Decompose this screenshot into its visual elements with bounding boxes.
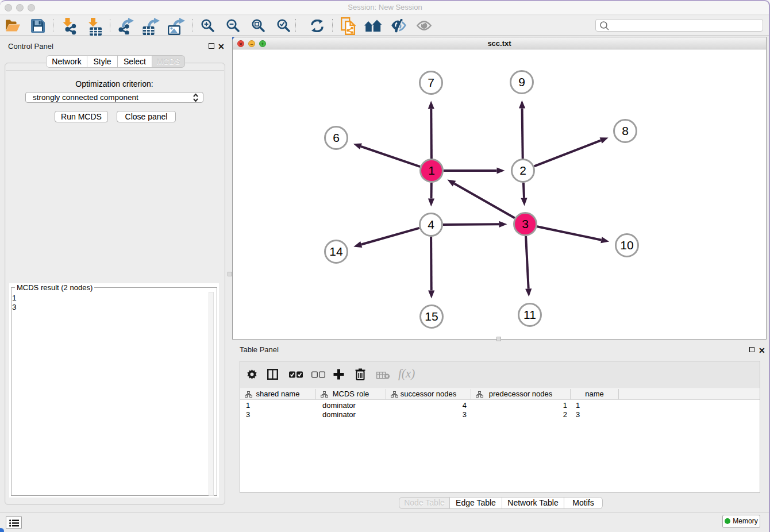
svg-text:11: 11 <box>523 308 536 321</box>
svg-text:8: 8 <box>622 124 629 137</box>
svg-text:4: 4 <box>428 218 434 231</box>
svg-text:1: 1 <box>428 164 435 177</box>
svg-text:9: 9 <box>518 75 525 88</box>
svg-text:7: 7 <box>428 76 434 89</box>
svg-text:10: 10 <box>620 238 633 252</box>
svg-text:6: 6 <box>333 131 340 144</box>
svg-text:14: 14 <box>329 245 343 258</box>
svg-text:3: 3 <box>522 217 529 230</box>
svg-text:2: 2 <box>519 164 526 177</box>
svg-text:15: 15 <box>425 310 438 323</box>
